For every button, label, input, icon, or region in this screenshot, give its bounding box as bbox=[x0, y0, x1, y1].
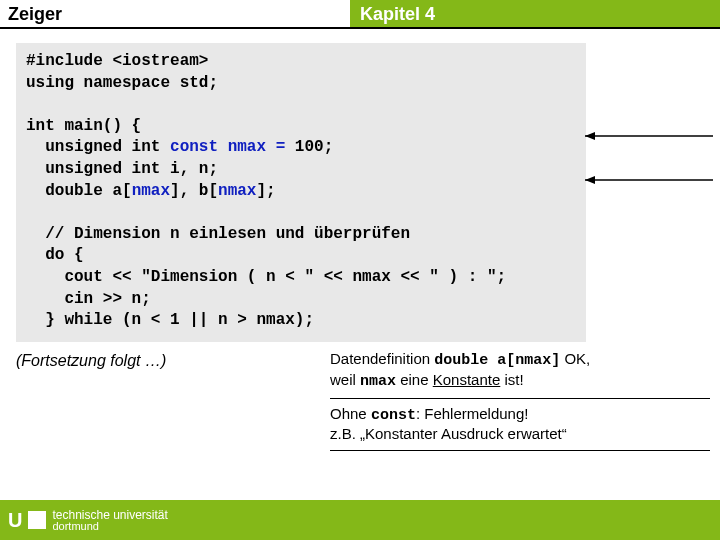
pointer-arrow-1 bbox=[585, 130, 715, 142]
chapter-label: Kapitel 4 bbox=[350, 0, 720, 27]
footer-uni-line1: technische universität bbox=[52, 509, 167, 521]
note-code: double a[nmax] bbox=[434, 352, 560, 369]
code-comment: // Dimension n einlesen und überprüfen bbox=[26, 225, 410, 243]
note-separator bbox=[330, 398, 710, 399]
university-logo: U technische universität dortmund bbox=[8, 509, 168, 532]
code-line: unsigned int bbox=[26, 138, 170, 156]
header-bar: Zeiger Kapitel 4 bbox=[0, 0, 720, 27]
note-underline: Konstante bbox=[433, 371, 501, 388]
note-separator bbox=[330, 450, 710, 451]
footer-uni-line2: dortmund bbox=[52, 521, 167, 532]
note-text: ist! bbox=[500, 371, 523, 388]
note-code: nmax bbox=[360, 373, 396, 390]
explanation-notes: Datendefinition double a[nmax] OK, weil … bbox=[330, 350, 710, 457]
note-text: z.B. „Konstanter Ausdruck erwartet“ bbox=[330, 425, 710, 444]
code-line: 100; bbox=[295, 138, 333, 156]
code-line: } while (n < 1 || n > nmax); bbox=[26, 311, 314, 329]
note-text: weil bbox=[330, 371, 360, 388]
code-keyword: nmax bbox=[132, 182, 170, 200]
note-text: : Fehlermeldung! bbox=[416, 405, 529, 422]
svg-marker-3 bbox=[585, 176, 595, 184]
footer-bar: U technische universität dortmund bbox=[0, 500, 720, 540]
svg-marker-1 bbox=[585, 132, 595, 140]
code-keyword: const nmax = bbox=[170, 138, 295, 156]
code-line: cout << "Dimension ( n < " << nmax << " … bbox=[26, 268, 506, 286]
code-line: double a[ bbox=[26, 182, 132, 200]
code-line: unsigned int i, n; bbox=[26, 160, 218, 178]
header-separator bbox=[0, 27, 720, 29]
slide-topic: Zeiger bbox=[0, 0, 350, 27]
code-line: int main() { bbox=[26, 117, 141, 135]
logo-square-icon bbox=[28, 511, 46, 529]
code-line: cin >> n; bbox=[26, 290, 151, 308]
note-text: Ohne bbox=[330, 405, 371, 422]
code-keyword: nmax bbox=[218, 182, 256, 200]
note-text: Datendefinition bbox=[330, 350, 434, 367]
code-example: #include <iostream> using namespace std;… bbox=[16, 43, 586, 342]
code-line: do { bbox=[26, 246, 84, 264]
code-line: ], b[ bbox=[170, 182, 218, 200]
logo-t-icon: U bbox=[8, 510, 22, 530]
pointer-arrow-2 bbox=[585, 174, 715, 186]
note-code: const bbox=[371, 407, 416, 424]
note-text: eine bbox=[396, 371, 433, 388]
code-line: ]; bbox=[256, 182, 275, 200]
note-text: OK, bbox=[560, 350, 590, 367]
code-line: using namespace std; bbox=[26, 74, 218, 92]
code-line: #include <iostream> bbox=[26, 52, 208, 70]
